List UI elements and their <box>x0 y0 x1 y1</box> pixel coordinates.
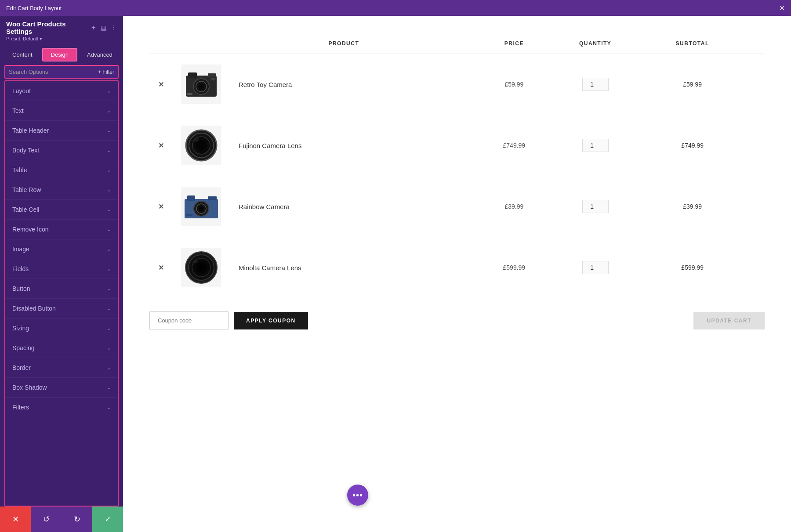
close-button[interactable]: ✕ <box>779 4 785 12</box>
grid-icon[interactable]: ▦ <box>101 24 106 31</box>
table-row: ✕ Minolta Camera Lens £599.99 £599.99 <box>149 237 765 298</box>
image-cell <box>173 176 230 237</box>
subtotal-cell: £599.99 <box>620 237 765 298</box>
menu-item-label: Fields <box>12 265 29 272</box>
top-bar-title: Edit Cart Body Layout <box>6 5 62 11</box>
sidebar-preset[interactable]: Preset: Default ▾ <box>6 36 117 42</box>
sidebar-header: Woo Cart Products Settings ✦ ▦ ⋮ Preset:… <box>0 16 123 44</box>
quantity-cell <box>570 115 620 176</box>
svg-rect-19 <box>186 214 192 216</box>
sidebar-item-table-cell[interactable]: Table Cell⌄ <box>5 200 118 220</box>
sidebar-item-table[interactable]: Table⌄ <box>5 160 118 180</box>
remove-cell: ✕ <box>149 237 173 298</box>
quantity-input[interactable] <box>582 78 609 91</box>
magic-wand-icon[interactable]: ✦ <box>91 24 96 31</box>
product-subtotal: £749.99 <box>681 142 704 149</box>
quantity-input[interactable] <box>582 139 609 152</box>
tab-content[interactable]: Content <box>4 48 40 62</box>
sidebar-item-table-row[interactable]: Table Row⌄ <box>5 180 118 200</box>
col-price: PRICE <box>458 33 570 54</box>
tab-advanced[interactable]: Advanced <box>79 48 120 62</box>
sidebar-item-filters[interactable]: Filters⌄ <box>5 398 118 417</box>
menu-item-label: Sizing <box>12 325 29 332</box>
sidebar-item-body-text[interactable]: Body Text⌄ <box>5 141 118 160</box>
sidebar-item-layout[interactable]: Layout⌄ <box>5 81 118 101</box>
sidebar-item-box-shadow[interactable]: Box Shadow⌄ <box>5 378 118 398</box>
chevron-icon: ⌄ <box>107 385 111 391</box>
sidebar-item-disabled-button[interactable]: Disabled Button⌄ <box>5 299 118 318</box>
chevron-icon: ⌄ <box>107 207 111 213</box>
content-area: PRODUCT PRICE QUANTITY SUBTOTAL ✕ <box>123 16 791 532</box>
menu-item-label: Layout <box>12 87 31 94</box>
product-image <box>181 65 221 104</box>
search-input[interactable] <box>9 67 95 77</box>
quantity-cell <box>570 237 620 298</box>
confirm-button[interactable]: ✓ <box>92 507 123 532</box>
apply-coupon-button[interactable]: APPLY COUPON <box>234 312 308 329</box>
price-cell: £39.99 <box>458 176 570 237</box>
chevron-icon: ⌄ <box>107 306 111 311</box>
menu-item-label: Table <box>12 166 27 174</box>
chevron-icon: ⌄ <box>107 266 111 272</box>
sidebar-item-text[interactable]: Text⌄ <box>5 101 118 121</box>
menu-item-label: Spacing <box>12 344 35 351</box>
sidebar-tabs: Content Design Advanced <box>0 44 123 62</box>
update-cart-button[interactable]: UPDATE CART <box>693 312 765 329</box>
coupon-input[interactable] <box>149 311 229 329</box>
menu-item-label: Table Row <box>12 186 41 193</box>
svg-rect-14 <box>187 195 195 201</box>
product-image <box>181 187 221 226</box>
product-name: Rainbow Camera <box>239 203 290 210</box>
remove-icon[interactable]: ✕ <box>158 264 164 271</box>
product-name-cell: Fujinon Camera Lens <box>230 115 458 176</box>
subtotal-cell: £59.99 <box>620 54 765 115</box>
price-cell: £59.99 <box>458 54 570 115</box>
sidebar-item-remove-icon[interactable]: Remove Icon⌄ <box>5 220 118 239</box>
menu-item-label: Button <box>12 285 30 292</box>
fab-button[interactable]: ••• <box>347 485 368 506</box>
chevron-icon: ⌄ <box>107 326 111 331</box>
sidebar-item-fields[interactable]: Fields⌄ <box>5 259 118 279</box>
subtotal-cell: £749.99 <box>620 115 765 176</box>
col-subtotal: SUBTOTAL <box>620 33 765 54</box>
search-row: + Filter <box>4 65 119 79</box>
menu-item-label: Text <box>12 107 24 114</box>
remove-icon[interactable]: ✕ <box>158 203 164 210</box>
image-cell <box>173 54 230 115</box>
menu-item-label: Table Cell <box>12 206 39 213</box>
chevron-icon: ⌄ <box>107 345 111 351</box>
remove-icon[interactable]: ✕ <box>158 142 164 149</box>
menu-item-label: Table Header <box>12 127 49 134</box>
menu-item-label: Box Shadow <box>12 384 47 391</box>
sidebar-menu: Layout⌄Text⌄Table Header⌄Body Text⌄Table… <box>4 80 119 507</box>
quantity-cell <box>570 176 620 237</box>
product-image <box>181 248 221 287</box>
sidebar-item-table-header[interactable]: Table Header⌄ <box>5 121 118 141</box>
sidebar-item-spacing[interactable]: Spacing⌄ <box>5 338 118 358</box>
product-price: £59.99 <box>504 81 523 88</box>
col-quantity: QUANTITY <box>570 33 620 54</box>
sidebar: Woo Cart Products Settings ✦ ▦ ⋮ Preset:… <box>0 16 123 532</box>
reset-button[interactable]: ↺ <box>31 507 62 532</box>
tab-design[interactable]: Design <box>42 48 77 62</box>
image-cell <box>173 237 230 298</box>
sidebar-item-image[interactable]: Image⌄ <box>5 239 118 259</box>
filter-button[interactable]: + Filter <box>98 69 114 75</box>
sidebar-item-border[interactable]: Border⌄ <box>5 358 118 378</box>
product-subtotal: £59.99 <box>683 81 702 88</box>
product-name: Retro Toy Camera <box>239 81 292 88</box>
redo-button[interactable]: ↻ <box>62 507 92 532</box>
sidebar-header-icons: ✦ ▦ ⋮ <box>91 24 117 31</box>
quantity-input[interactable] <box>582 261 609 274</box>
sidebar-item-button[interactable]: Button⌄ <box>5 279 118 299</box>
product-price: £749.99 <box>503 142 526 149</box>
cancel-button[interactable]: ✕ <box>0 507 31 532</box>
main-layout: Woo Cart Products Settings ✦ ▦ ⋮ Preset:… <box>0 16 791 532</box>
more-icon[interactable]: ⋮ <box>111 24 117 31</box>
quantity-input[interactable] <box>582 200 609 213</box>
cart-table-header: PRODUCT PRICE QUANTITY SUBTOTAL <box>149 33 765 54</box>
remove-icon[interactable]: ✕ <box>158 81 164 88</box>
sidebar-item-sizing[interactable]: Sizing⌄ <box>5 318 118 338</box>
chevron-icon: ⌄ <box>107 148 111 153</box>
price-cell: £599.99 <box>458 237 570 298</box>
